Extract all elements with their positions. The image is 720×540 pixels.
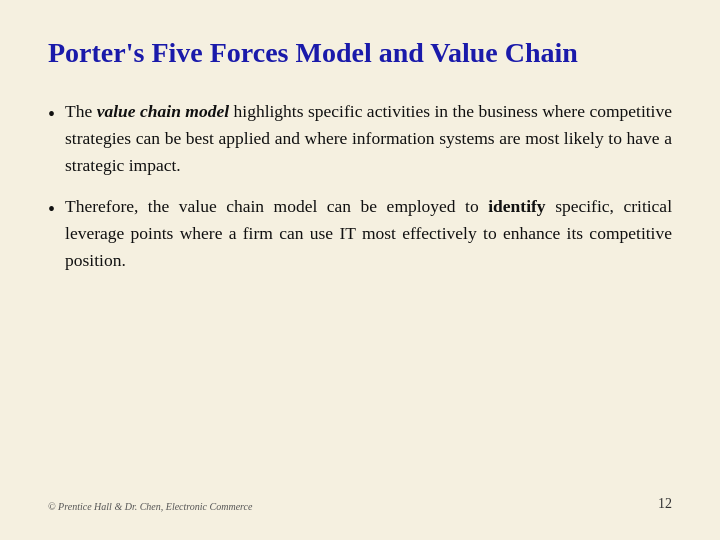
slide-title: Porter's Five Forces Model and Value Cha…	[48, 36, 672, 70]
slide: Porter's Five Forces Model and Value Cha…	[0, 0, 720, 540]
bullet-item-1: • The value chain model highlights speci…	[48, 98, 672, 179]
bullet2-text-bold: identify	[488, 196, 545, 216]
footer-credit: © Prentice Hall & Dr. Chen, Electronic C…	[48, 501, 253, 512]
bullet2-text-normal-1: Therefore, the value chain model can be …	[65, 196, 488, 216]
bullet-text-2: Therefore, the value chain model can be …	[65, 193, 672, 274]
bullet1-text-bold-italic: value chain model	[97, 101, 229, 121]
bullet-dot-2: •	[48, 194, 55, 225]
slide-footer: © Prentice Hall & Dr. Chen, Electronic C…	[48, 496, 672, 512]
bullet-dot-1: •	[48, 99, 55, 130]
footer-page-number: 12	[658, 496, 672, 512]
content-area: • The value chain model highlights speci…	[48, 98, 672, 484]
bullet-item-2: • Therefore, the value chain model can b…	[48, 193, 672, 274]
bullet1-text-normal-1: The	[65, 101, 97, 121]
bullet-text-1: The value chain model highlights specifi…	[65, 98, 672, 179]
